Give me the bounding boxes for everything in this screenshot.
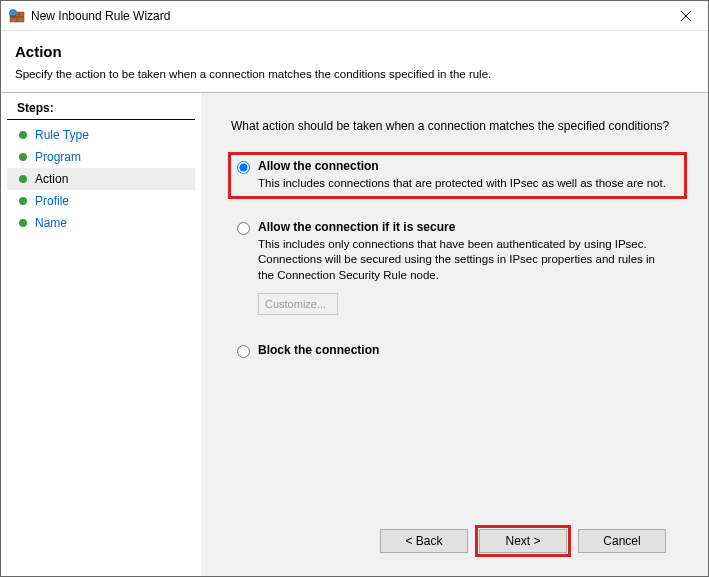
firewall-icon	[9, 8, 25, 24]
step-label: Name	[35, 216, 67, 230]
body-area: Steps: Rule Type Program Action Profile …	[1, 92, 708, 576]
radio-block[interactable]	[237, 345, 250, 358]
bullet-icon	[19, 197, 27, 205]
back-button[interactable]: < Back	[380, 529, 468, 553]
step-program[interactable]: Program	[7, 146, 195, 168]
header-area: Action Specify the action to be taken wh…	[1, 31, 708, 92]
svg-point-5	[10, 9, 17, 16]
page-subtitle: Specify the action to be taken when a co…	[15, 68, 694, 80]
radio-allow[interactable]	[237, 161, 250, 174]
step-profile[interactable]: Profile	[7, 190, 195, 212]
cancel-button[interactable]: Cancel	[578, 529, 666, 553]
page-title: Action	[15, 43, 694, 60]
steps-header: Steps:	[7, 99, 195, 120]
next-wrap: Next >	[478, 528, 568, 554]
bullet-icon	[19, 131, 27, 139]
close-icon	[681, 11, 691, 21]
step-action[interactable]: Action	[7, 168, 195, 190]
option-label: Allow the connection if it is secure	[258, 220, 678, 234]
step-label: Rule Type	[35, 128, 89, 142]
wizard-window: New Inbound Rule Wizard Action Specify t…	[0, 0, 709, 577]
bullet-icon	[19, 153, 27, 161]
footer-buttons: < Back Next > Cancel	[221, 516, 684, 566]
option-block[interactable]: Block the connection	[231, 339, 684, 362]
action-radio-group: Allow the connection This includes conne…	[231, 155, 684, 362]
titlebar: New Inbound Rule Wizard	[1, 1, 708, 31]
next-button[interactable]: Next >	[479, 529, 567, 553]
radio-allow-secure[interactable]	[237, 222, 250, 235]
cancel-wrap: Cancel	[578, 529, 666, 553]
option-allow-secure[interactable]: Allow the connection if it is secure Thi…	[231, 216, 684, 320]
option-desc: This includes connections that are prote…	[258, 176, 678, 192]
back-wrap: < Back	[380, 529, 468, 553]
prompt-text: What action should be taken when a conne…	[231, 119, 684, 133]
step-rule-type[interactable]: Rule Type	[7, 124, 195, 146]
steps-panel: Steps: Rule Type Program Action Profile …	[1, 93, 201, 576]
window-title: New Inbound Rule Wizard	[31, 9, 663, 23]
option-label: Block the connection	[258, 343, 678, 357]
bullet-icon	[19, 219, 27, 227]
customize-button: Customize...	[258, 293, 338, 315]
option-allow[interactable]: Allow the connection This includes conne…	[231, 155, 684, 196]
option-desc: This includes only connections that have…	[258, 237, 678, 284]
option-label: Allow the connection	[258, 159, 678, 173]
main-panel: What action should be taken when a conne…	[201, 93, 708, 576]
step-label: Profile	[35, 194, 69, 208]
step-name[interactable]: Name	[7, 212, 195, 234]
bullet-icon	[19, 175, 27, 183]
close-button[interactable]	[663, 1, 708, 30]
step-label: Action	[35, 172, 68, 186]
step-label: Program	[35, 150, 81, 164]
